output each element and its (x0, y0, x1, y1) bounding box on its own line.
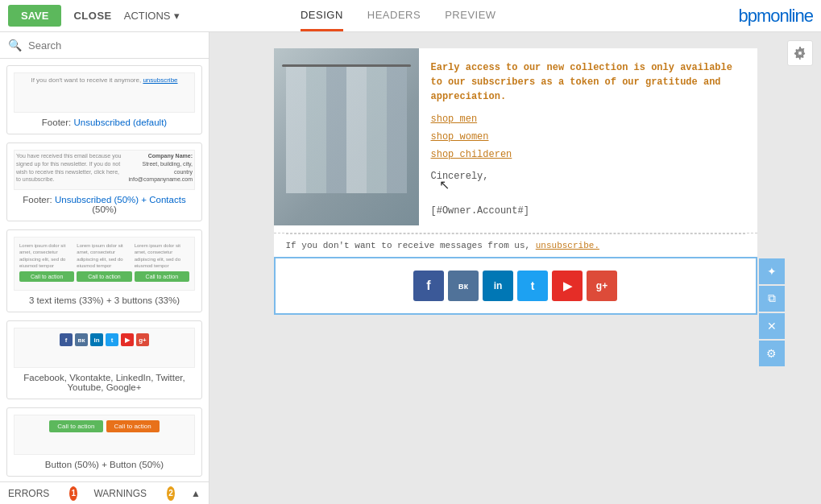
logo: bpmonline (738, 6, 813, 27)
block-add-button[interactable]: ✦ (759, 258, 785, 284)
email-headline: Early access to our new collection is on… (431, 60, 745, 104)
toolbar: SAVE CLOSE ACTIONS ▾ DESIGN HEADERS PREV… (0, 0, 821, 32)
nav-tabs: DESIGN HEADERS PREVIEW (301, 1, 496, 31)
youtube-button[interactable]: ▶ (552, 271, 583, 301)
tab-design[interactable]: DESIGN (301, 1, 343, 31)
save-button[interactable]: SAVE (8, 5, 61, 27)
card-preview-footer-default: If you don't want to receive it anymore,… (14, 72, 195, 113)
card-preview-3text3btn: Lorem ipsum dolor sit amet, consectetur … (14, 237, 195, 291)
list-item[interactable]: Lorem ipsum dolor sit amet, consectetur … (6, 229, 202, 312)
unsubscribe-section: If you don't want to receive messages fr… (274, 234, 757, 257)
card-label-buttons: Button (50%) + Button (50%) (14, 460, 195, 469)
search-icon: 🔍 (8, 39, 22, 52)
main-layout: 🔍 If you don't want to receive it anymor… (0, 32, 821, 504)
block-delete-button[interactable]: ✕ (759, 313, 785, 339)
sidebar-content: If you don't want to receive it anymore,… (0, 59, 209, 481)
card-label-3text3btn: 3 text items (33%) + 3 buttons (33%) (14, 295, 195, 305)
content-section: Early access to our new collection is on… (274, 48, 757, 233)
sidebar: 🔍 If you don't want to receive it anymor… (0, 32, 209, 504)
actions-button[interactable]: ACTIONS ▾ (124, 10, 180, 22)
list-item[interactable]: If you don't want to receive it anymore,… (6, 65, 202, 134)
btn-preview-cta2: Call to action (106, 420, 160, 432)
actions-chevron-icon: ▾ (174, 10, 180, 22)
list-item[interactable]: You have received this email because you… (6, 143, 202, 221)
sidebar-list: If you don't want to receive it anymore,… (0, 59, 209, 481)
facebook-button[interactable]: f (413, 271, 444, 301)
search-input[interactable] (28, 39, 201, 52)
search-box: 🔍 (0, 32, 209, 59)
googleplus-button[interactable]: g+ (587, 271, 617, 301)
content-text: Early access to our new collection is on… (419, 48, 757, 233)
block-settings-button[interactable]: ⚙ (759, 341, 785, 366)
card-preview-buttons: Call to action Call to action (14, 415, 195, 455)
btn-preview-cta1: Call to action (49, 420, 102, 432)
email-block: Early access to our new collection is on… (274, 48, 757, 315)
warnings-label: WARNINGS (93, 488, 147, 499)
errors-chevron-icon[interactable]: ▲ (191, 488, 201, 499)
errors-bar: ERRORS 1 WARNINGS 2 ▲ (0, 481, 209, 504)
list-item[interactable]: f вк in t ▶ g+ Facebook, Vkontakte, Link… (6, 320, 202, 399)
errors-label: ERRORS (8, 488, 49, 499)
errors-count-badge: 1 (69, 486, 77, 501)
unsubscribe-link[interactable]: unsubscribe. (536, 241, 599, 250)
list-item[interactable]: Call to action Call to action Button (50… (6, 407, 202, 477)
card-preview-social: f вк in t ▶ g+ (14, 328, 195, 368)
shop-children-link[interactable]: shop childeren (431, 149, 745, 160)
card-preview-footer-50: You have received this email because you… (14, 150, 195, 190)
tab-preview[interactable]: PREVIEW (445, 1, 496, 31)
tab-headers[interactable]: HEADERS (367, 1, 421, 31)
warnings-count-badge: 2 (167, 486, 175, 501)
vk-button[interactable]: вк (448, 271, 479, 301)
block-actions: ✦ ⧉ ✕ ⚙ (759, 258, 785, 366)
card-label-footer-default: Footer: Unsubscribed (default) (14, 118, 195, 127)
card-label-social: Facebook, Vkontakte, LinkedIn, Twitter, … (14, 373, 195, 392)
block-copy-button[interactable]: ⧉ (759, 286, 785, 312)
actions-label: ACTIONS (124, 10, 171, 22)
product-image (274, 48, 419, 225)
linkedin-button[interactable]: in (483, 271, 513, 301)
twitter-button[interactable]: t (517, 271, 548, 301)
shop-women-link[interactable]: shop women (431, 131, 745, 143)
settings-gear-button[interactable] (787, 40, 813, 66)
shop-men-link[interactable]: shop men (431, 114, 745, 125)
card-label-footer-50: Footer: Unsubscribed (50%) + Contacts (5… (14, 195, 195, 214)
social-block-wrapper: f вк in t ▶ g+ ✦ ⧉ ✕ ⚙ (274, 257, 757, 315)
social-block: f вк in t ▶ g+ ✦ ⧉ ✕ ⚙ (274, 257, 757, 315)
close-button[interactable]: CLOSE (73, 10, 111, 22)
canvas-area: ↖ Early access to our new collection is … (209, 32, 821, 504)
signature: Cincerely, [#Owner.Account#] (431, 168, 745, 221)
